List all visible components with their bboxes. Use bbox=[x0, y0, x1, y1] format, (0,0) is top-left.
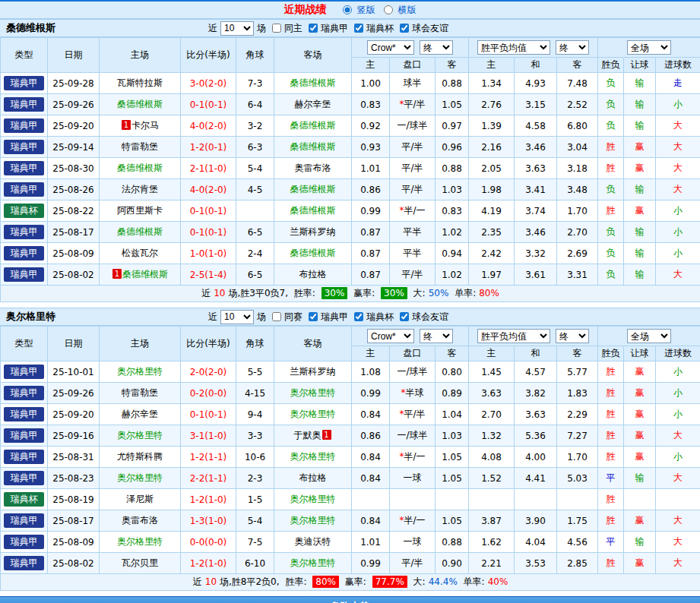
away-cell[interactable]: 兰斯科罗纳 bbox=[274, 222, 352, 243]
away-cell[interactable]: 奥尔格里特 bbox=[274, 489, 352, 510]
score-cell[interactable]: 3-1(1-0) bbox=[181, 425, 236, 447]
score-cell[interactable]: 1-2(0-1) bbox=[181, 137, 236, 158]
home-cell[interactable]: 桑德维根斯 bbox=[100, 94, 181, 115]
home-team[interactable]: 赫尔辛堡 bbox=[122, 409, 158, 419]
home-team[interactable]: 桑德维根斯 bbox=[117, 99, 163, 109]
away-cell[interactable]: 布拉格 bbox=[274, 264, 352, 286]
away-cell[interactable]: 奥雷布洛 bbox=[274, 158, 352, 179]
away-team[interactable]: 奥尔格里特 bbox=[290, 494, 336, 504]
home-cell[interactable]: 奥尔格里特 bbox=[100, 468, 181, 489]
score-cell[interactable]: 0-2(0-0) bbox=[181, 383, 236, 404]
home-cell[interactable]: 特雷勒堡 bbox=[100, 137, 181, 158]
home-team[interactable]: 尤特斯科腾 bbox=[117, 451, 163, 462]
home-team[interactable]: 特雷勒堡 bbox=[122, 387, 158, 398]
home-team[interactable]: 桑德维根斯 bbox=[117, 163, 163, 173]
away-team[interactable]: 兰斯科罗纳 bbox=[290, 366, 336, 377]
vertical-view-radio[interactable] bbox=[343, 5, 352, 14]
score-cell[interactable]: 0-1(0-1) bbox=[181, 94, 236, 115]
league3-label[interactable]: 球会友谊 bbox=[412, 311, 448, 324]
home-cell[interactable]: 泽尼斯 bbox=[100, 489, 181, 510]
europe-time-select[interactable]: 终 bbox=[556, 329, 589, 343]
score-cell[interactable]: 4-0(2-0) bbox=[181, 115, 236, 137]
home-cell[interactable]: 特雷勒堡 bbox=[100, 383, 181, 404]
away-cell[interactable]: 桑德维根斯 bbox=[274, 243, 352, 264]
league3-checkbox[interactable] bbox=[400, 24, 409, 33]
away-team[interactable]: 奥迪沃特 bbox=[295, 536, 331, 547]
horizontal-view-radio[interactable] bbox=[384, 5, 393, 14]
same-condition-checkbox[interactable] bbox=[272, 312, 281, 321]
away-team[interactable]: 奥尔格里特 bbox=[290, 409, 336, 419]
europe-time-select[interactable]: 终 bbox=[556, 40, 589, 55]
away-cell[interactable]: 赫尔辛堡 bbox=[274, 94, 352, 115]
score-cell[interactable]: 0-1(0-1) bbox=[181, 200, 236, 222]
away-cell[interactable]: 于默奥1 bbox=[274, 425, 352, 447]
away-cell[interactable]: 奥尔格里特 bbox=[274, 404, 352, 425]
home-team[interactable]: 奥尔格里特 bbox=[117, 366, 163, 377]
score-cell[interactable]: 1-2(1-0) bbox=[181, 489, 236, 510]
away-team[interactable]: 桑德维根斯 bbox=[290, 184, 336, 194]
league2-checkbox[interactable] bbox=[354, 312, 363, 321]
league2-label[interactable]: 瑞典杯 bbox=[366, 22, 394, 35]
bookmaker-select[interactable]: Crow* bbox=[367, 329, 414, 343]
horizontal-view-label[interactable]: 横版 bbox=[398, 4, 417, 17]
away-cell[interactable]: 奥尔格里特 bbox=[274, 553, 352, 574]
score-cell[interactable]: 2-0(2-0) bbox=[181, 361, 236, 383]
away-cell[interactable]: 桑德维根斯 bbox=[274, 115, 352, 137]
home-team[interactable]: 瓦斯特拉斯 bbox=[117, 77, 163, 88]
score-cell[interactable]: 0-1(0-1) bbox=[181, 222, 236, 243]
away-cell[interactable]: 桑德维根斯 bbox=[274, 73, 352, 94]
recent-count-select[interactable]: 10 bbox=[220, 21, 254, 36]
home-cell[interactable]: 瓦斯特拉斯 bbox=[100, 73, 181, 94]
away-cell[interactable]: 奥尔格里特 bbox=[274, 383, 352, 404]
score-cell[interactable]: 3-0(2-0) bbox=[181, 73, 236, 94]
away-team[interactable]: 布拉格 bbox=[299, 472, 327, 483]
away-team[interactable]: 桑德维根斯 bbox=[290, 248, 336, 258]
score-cell[interactable]: 4-0(2-0) bbox=[181, 179, 236, 200]
league1-checkbox[interactable] bbox=[309, 312, 318, 321]
home-team[interactable]: 瓦尔贝里 bbox=[122, 557, 158, 568]
same-condition-label[interactable]: 同主 bbox=[284, 22, 302, 35]
score-cell[interactable]: 2-5(1-4) bbox=[181, 264, 236, 286]
league1-label[interactable]: 瑞典甲 bbox=[321, 22, 348, 35]
away-cell[interactable]: 奥迪沃特 bbox=[274, 532, 352, 553]
home-cell[interactable]: 法尔肯堡 bbox=[100, 179, 181, 200]
away-team[interactable]: 奥雷布洛 bbox=[295, 163, 331, 173]
score-cell[interactable]: 2-2(1-1) bbox=[181, 468, 236, 489]
home-team[interactable]: 卡尔马 bbox=[131, 120, 159, 131]
home-team[interactable]: 奥尔格里特 bbox=[117, 472, 163, 483]
home-cell[interactable]: 奥尔格里特 bbox=[100, 361, 181, 383]
home-team[interactable]: 桑德维根斯 bbox=[117, 226, 163, 237]
away-team[interactable]: 桑德维根斯 bbox=[290, 120, 336, 131]
home-team[interactable]: 奥尔格里特 bbox=[117, 536, 163, 547]
home-cell[interactable]: 1桑德维根斯 bbox=[100, 264, 181, 286]
away-team[interactable]: 奥尔格里特 bbox=[290, 557, 336, 568]
score-cell[interactable]: 1-2(1-1) bbox=[181, 447, 236, 468]
vertical-view-label[interactable]: 竖版 bbox=[357, 4, 375, 17]
score-cell[interactable]: 1-3(1-0) bbox=[181, 510, 236, 532]
league2-checkbox[interactable] bbox=[354, 24, 363, 33]
home-cell[interactable]: 阿西里斯卡 bbox=[100, 200, 181, 222]
away-team[interactable]: 兰斯科罗纳 bbox=[290, 226, 336, 237]
home-team[interactable]: 法尔肯堡 bbox=[122, 184, 158, 194]
average-odds-select[interactable]: 胜平负均值 bbox=[477, 40, 550, 55]
away-cell[interactable]: 布拉格 bbox=[274, 468, 352, 489]
away-team[interactable]: 于默奥 bbox=[294, 430, 321, 440]
full-match-select[interactable]: 全场 bbox=[627, 329, 671, 343]
asian-time-select[interactable]: 终 bbox=[420, 40, 453, 55]
away-team[interactable]: 赫尔辛堡 bbox=[295, 99, 331, 109]
away-cell[interactable]: 奥尔格里特 bbox=[274, 510, 352, 532]
home-cell[interactable]: 尤特斯科腾 bbox=[100, 447, 181, 468]
away-team[interactable]: 桑德维根斯 bbox=[290, 141, 336, 152]
home-team[interactable]: 阿西里斯卡 bbox=[117, 205, 163, 216]
score-cell[interactable]: 1-0(1-0) bbox=[181, 243, 236, 264]
away-team[interactable]: 桑德维根斯 bbox=[290, 205, 336, 216]
score-cell[interactable]: 0-0(0-0) bbox=[181, 532, 236, 553]
home-team[interactable]: 松兹瓦尔 bbox=[122, 248, 158, 258]
home-cell[interactable]: 瓦尔贝里 bbox=[100, 553, 181, 574]
league3-checkbox[interactable] bbox=[400, 312, 409, 321]
home-cell[interactable]: 松兹瓦尔 bbox=[100, 243, 181, 264]
bookmaker-select[interactable]: Crow* bbox=[367, 40, 414, 55]
home-cell[interactable]: 桑德维根斯 bbox=[100, 158, 181, 179]
away-cell[interactable]: 奥尔格里特 bbox=[274, 447, 352, 468]
league1-checkbox[interactable] bbox=[309, 24, 318, 33]
